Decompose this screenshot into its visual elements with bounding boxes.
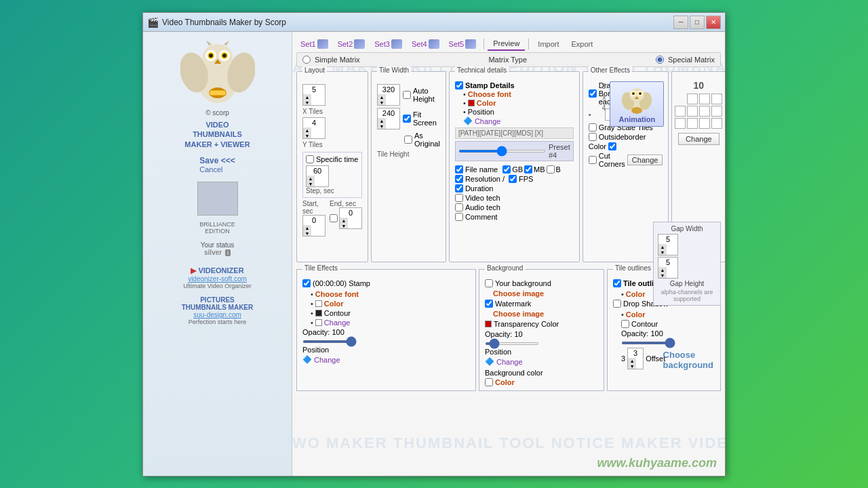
bg-color-cb[interactable]: [485, 378, 493, 386]
tab-import[interactable]: Import: [532, 38, 564, 50]
x-tiles-input[interactable]: 5: [303, 85, 325, 94]
mb-cb[interactable]: [524, 165, 532, 174]
simple-matrix-radio[interactable]: [302, 56, 311, 64]
close-button[interactable]: ✕: [706, 16, 721, 29]
cut-corners-cb[interactable]: [589, 156, 597, 164]
duration-cb[interactable]: [455, 184, 463, 192]
maximize-button[interactable]: □: [690, 16, 705, 29]
cut-corners-change-btn[interactable]: Change: [627, 155, 663, 165]
outline-color-btn[interactable]: Color: [626, 290, 646, 298]
preset-slider[interactable]: [458, 150, 546, 152]
tile-choose-font-btn[interactable]: Choose font: [315, 290, 359, 298]
draw-border-cb[interactable]: [589, 89, 597, 98]
y-tiles-up[interactable]: ▲: [303, 127, 311, 133]
cancel-button[interactable]: Cancel: [199, 165, 235, 174]
start-down[interactable]: ▼: [303, 230, 311, 236]
ds-offset-down[interactable]: ▼: [628, 363, 636, 369]
tile-width-up[interactable]: ▲: [378, 94, 386, 100]
file-name-cb[interactable]: [455, 165, 463, 174]
choose-font-btn[interactable]: Choose font: [468, 90, 511, 98]
end-up[interactable]: ▲: [340, 218, 348, 223]
y-tiles-spinbox[interactable]: 4 ▲ ▼: [302, 117, 326, 139]
start-sec-input[interactable]: 0: [303, 216, 325, 225]
ds-opacity-slider[interactable]: [621, 342, 675, 344]
stamp-cb[interactable]: [302, 279, 311, 287]
tab-set3[interactable]: Set3: [370, 37, 406, 51]
special-matrix-radio[interactable]: [656, 56, 664, 64]
fps-cb[interactable]: [509, 175, 517, 183]
tile-width-spinbox[interactable]: 320 ▲ ▼: [377, 84, 400, 106]
outside-border-cb[interactable]: [589, 133, 597, 141]
bg-change-btn[interactable]: Change: [496, 358, 523, 366]
gap-width-up[interactable]: ▲: [658, 244, 667, 249]
gb-cb[interactable]: [502, 165, 511, 174]
choose-wm-btn[interactable]: Choose image: [493, 310, 544, 318]
ds-contour-cb[interactable]: [621, 320, 629, 328]
gap-height-up[interactable]: ▲: [658, 267, 667, 272]
tab-set4[interactable]: Set4: [408, 37, 443, 51]
preview-change-btn[interactable]: Change: [678, 133, 719, 145]
tile-height-up[interactable]: ▲: [378, 118, 386, 123]
x-tiles-spinbox[interactable]: 5 ▲ ▼: [302, 84, 326, 106]
tile-outlines-cb[interactable]: [613, 279, 621, 287]
tile-height-spinbox[interactable]: 240 ▲ ▼: [377, 108, 400, 129]
end-sec-input[interactable]: 0: [340, 208, 361, 218]
change-btn[interactable]: Change: [475, 117, 501, 125]
minimize-button[interactable]: ─: [673, 16, 688, 29]
comment-cb[interactable]: [455, 213, 463, 221]
specific-time-cb[interactable]: [306, 155, 314, 163]
tab-set1[interactable]: Set1: [296, 37, 332, 51]
gap-height-input[interactable]: 5: [658, 258, 677, 267]
save-button[interactable]: Save <<<: [199, 156, 235, 165]
animation-btn[interactable]: Animation: [618, 115, 655, 123]
start-up[interactable]: ▲: [303, 225, 311, 230]
choose-bg-btn[interactable]: Choose image: [493, 289, 544, 298]
audio-tech-cb[interactable]: [455, 203, 463, 211]
fit-screen-cb[interactable]: [403, 115, 411, 123]
gap-height-down[interactable]: ▼: [658, 272, 667, 278]
ds-offset-input[interactable]: 3: [628, 348, 643, 358]
end-sec-spinbox[interactable]: 0 ▲ ▼: [339, 207, 362, 229]
video-tech-cb[interactable]: [455, 194, 463, 202]
pictures-link[interactable]: suu-design.com: [182, 311, 254, 319]
tile-height-down[interactable]: ▼: [378, 123, 386, 129]
tile-height-input[interactable]: 240: [378, 108, 399, 118]
x-tiles-down[interactable]: ▼: [303, 100, 311, 105]
gap-width-spinbox[interactable]: 5 ▲ ▼: [658, 234, 678, 256]
videonizer-link[interactable]: videonizer-soft.com: [183, 275, 251, 283]
color-oe-cb[interactable]: [608, 142, 616, 150]
tile-position-change-btn[interactable]: Change: [314, 356, 340, 364]
start-sec-spinbox[interactable]: 0 ▲ ▼: [302, 215, 326, 237]
tab-set2[interactable]: Set2: [334, 37, 370, 51]
y-tiles-down[interactable]: ▼: [303, 133, 311, 138]
stamp-details-cb[interactable]: [455, 81, 463, 89]
tile-width-down[interactable]: ▼: [378, 100, 386, 105]
your-bg-cb[interactable]: [485, 279, 493, 287]
watermark-cb[interactable]: [485, 300, 493, 308]
ds-color-btn[interactable]: Color: [626, 310, 646, 319]
gap-width-down[interactable]: ▼: [658, 249, 667, 255]
gap-width-input[interactable]: 5: [658, 235, 677, 244]
ds-offset-up[interactable]: ▲: [628, 358, 636, 363]
tile-change-btn[interactable]: Change: [324, 319, 351, 327]
drop-shadow-cb[interactable]: [613, 300, 621, 308]
specific-time-input[interactable]: 60: [307, 166, 328, 176]
choose-label[interactable]: Choose: [663, 350, 713, 360]
bg-color-btn[interactable]: Color: [495, 378, 515, 386]
end-down[interactable]: ▼: [340, 223, 348, 228]
as-original-cb[interactable]: [404, 136, 412, 144]
gap-height-spinbox[interactable]: 5 ▲ ▼: [658, 257, 678, 279]
end-sec-cb[interactable]: [330, 214, 338, 222]
b-cb[interactable]: [547, 165, 555, 174]
auto-height-cb[interactable]: [403, 91, 411, 99]
bg-opacity-slider[interactable]: [485, 342, 539, 345]
x-tiles-up[interactable]: ▲: [303, 94, 311, 100]
color-btn[interactable]: Color: [477, 99, 496, 107]
tab-preview[interactable]: Preview: [488, 37, 525, 51]
tile-color-btn[interactable]: Color: [324, 300, 344, 308]
specific-down[interactable]: ▼: [307, 181, 315, 186]
tab-export[interactable]: Export: [566, 38, 599, 50]
tile-opacity-slider[interactable]: [302, 340, 357, 343]
specific-time-spinbox[interactable]: 60 ▲ ▼: [306, 165, 329, 187]
resolution-cb[interactable]: [455, 175, 463, 183]
